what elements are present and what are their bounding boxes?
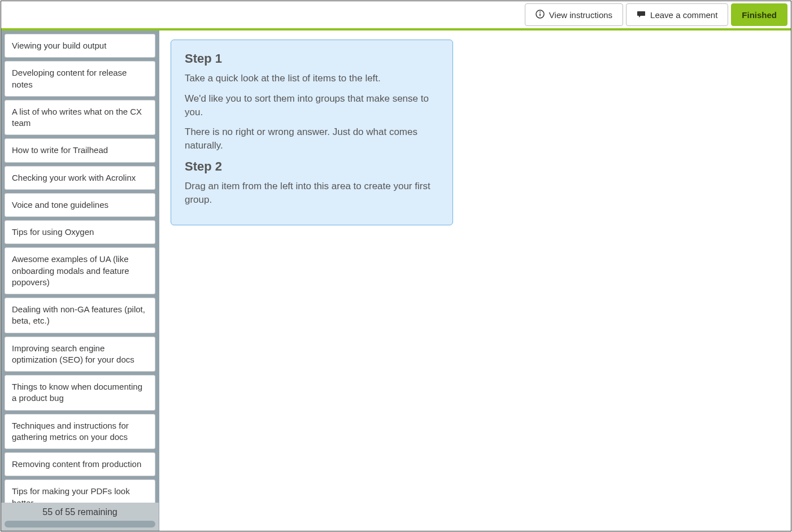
instruction-panel: Step 1 Take a quick look at the list of … (171, 40, 453, 225)
list-item[interactable]: A list of who writes what on the CX team (5, 100, 155, 136)
comment-icon (637, 10, 646, 20)
list-item-label: Awesome examples of UA (like onboarding … (12, 254, 129, 287)
list-item-label: Developing content for release notes (12, 68, 127, 89)
list-item-label: How to write for Trailhead (12, 145, 108, 155)
finished-label: Finished (742, 10, 777, 20)
list-item[interactable]: Voice and tone guidelines (5, 193, 155, 217)
list-item[interactable]: Removing content from production (5, 452, 155, 476)
list-item-label: A list of who writes what on the CX team (12, 107, 142, 128)
list-item[interactable]: Improving search engine optimization (SE… (5, 337, 155, 372)
item-list[interactable]: Viewing your build output Developing con… (1, 30, 159, 503)
list-item[interactable]: Tips for making your PDFs look better (5, 479, 155, 503)
list-item-label: Dealing with non-GA features (pilot, bet… (12, 304, 145, 325)
list-item[interactable]: Awesome examples of UA (like onboarding … (5, 247, 155, 294)
step2-text: Drag an item from the left into this are… (185, 180, 439, 207)
list-item[interactable]: Tips for using Oxygen (5, 220, 155, 244)
list-item-label: Things to know when documenting a produc… (12, 382, 142, 403)
list-item[interactable]: Developing content for release notes (5, 61, 155, 97)
step1-text: There is no right or wrong answer. Just … (185, 125, 439, 152)
list-item[interactable]: Viewing your build output (5, 34, 155, 58)
list-item-label: Tips for making your PDFs look better (12, 486, 130, 503)
remaining-count: 55 of 55 remaining (5, 507, 155, 517)
main-area: Viewing your build output Developing con… (1, 30, 791, 531)
list-item[interactable]: How to write for Trailhead (5, 138, 155, 162)
list-item-label: Improving search engine optimization (SE… (12, 343, 134, 364)
list-item-label: Checking your work with Acrolinx (12, 173, 136, 182)
list-item-label: Voice and tone guidelines (12, 200, 108, 210)
topbar: View instructions Leave a comment Finish… (1, 1, 791, 28)
list-item[interactable]: Things to know when documenting a produc… (5, 375, 155, 411)
horizontal-scrollbar[interactable] (5, 521, 155, 527)
leave-comment-label: Leave a comment (650, 10, 717, 20)
step2-heading: Step 2 (185, 159, 439, 174)
sidebar-footer: 55 of 55 remaining (1, 503, 159, 531)
svg-point-2 (539, 11, 541, 12)
sidebar: Viewing your build output Developing con… (1, 30, 159, 531)
list-item[interactable]: Dealing with non-GA features (pilot, bet… (5, 298, 155, 333)
leave-comment-button[interactable]: Leave a comment (626, 3, 728, 26)
step1-text: We'd like you to sort them into groups t… (185, 92, 439, 119)
list-item-label: Viewing your build output (12, 41, 106, 50)
view-instructions-label: View instructions (549, 10, 612, 20)
step1-heading: Step 1 (185, 51, 439, 66)
app-frame: View instructions Leave a comment Finish… (1, 1, 791, 531)
info-icon (536, 10, 545, 20)
list-item-label: Techniques and instructions for gatherin… (12, 421, 129, 442)
list-item-label: Tips for using Oxygen (12, 227, 94, 237)
view-instructions-button[interactable]: View instructions (525, 3, 623, 26)
step1-text: Take a quick look at the list of items t… (185, 72, 439, 85)
list-item-label: Removing content from production (12, 459, 141, 469)
content-area[interactable]: Step 1 Take a quick look at the list of … (159, 30, 791, 531)
list-item[interactable]: Checking your work with Acrolinx (5, 166, 155, 190)
finished-button[interactable]: Finished (731, 3, 787, 26)
list-item[interactable]: Techniques and instructions for gatherin… (5, 414, 155, 450)
svg-rect-1 (539, 13, 541, 16)
